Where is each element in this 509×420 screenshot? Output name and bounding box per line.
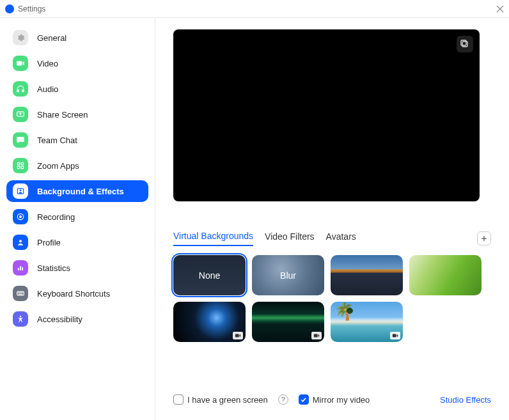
svg-rect-0 — [17, 89, 19, 92]
chat-icon — [13, 132, 28, 148]
svg-rect-18 — [461, 40, 466, 45]
video-badge-icon — [233, 332, 243, 339]
svg-point-8 — [20, 189, 22, 191]
background-icon — [13, 183, 28, 199]
svg-rect-17 — [462, 42, 467, 47]
plus-icon — [480, 235, 488, 242]
video-badge-icon — [311, 332, 322, 339]
video-badge-icon — [390, 332, 400, 339]
background-thumbnails: None Blur 🌴 — [173, 255, 491, 342]
sidebar-item-general[interactable]: General — [6, 27, 148, 49]
checkbox-checked-icon — [299, 394, 309, 405]
svg-rect-15 — [17, 292, 24, 295]
sidebar-item-audio[interactable]: Audio — [6, 78, 148, 100]
sidebar-item-label: Video — [37, 59, 58, 68]
app-icon — [5, 4, 14, 13]
green-screen-checkbox[interactable]: I have a green screen — [173, 394, 268, 405]
gear-icon — [13, 30, 28, 45]
sidebar-item-label: Share Screen — [37, 110, 88, 120]
window-title: Settings — [18, 4, 496, 13]
accessibility-icon — [13, 311, 28, 327]
background-image-bridge[interactable] — [331, 255, 403, 295]
sidebar-item-label: Keyboard Shortcuts — [37, 289, 110, 299]
close-icon — [496, 5, 504, 13]
sidebar-item-share-screen[interactable]: Share Screen — [6, 104, 148, 125]
sidebar-item-label: Statistics — [37, 263, 70, 273]
sidebar-item-label: Zoom Apps — [37, 161, 79, 171]
sidebar-item-label: Audio — [37, 84, 58, 94]
rotate-icon — [460, 39, 470, 49]
green-screen-help-button[interactable]: ? — [278, 394, 288, 405]
share-screen-icon — [13, 107, 28, 122]
checkbox-label: Mirror my video — [313, 395, 370, 405]
svg-rect-13 — [20, 266, 21, 270]
mirror-video-checkbox[interactable]: Mirror my video — [299, 394, 370, 405]
statistics-icon — [13, 260, 28, 276]
recording-icon — [13, 209, 28, 224]
sidebar-item-label: Team Chat — [37, 136, 77, 145]
sidebar-item-background-effects[interactable]: Background & Effects — [6, 180, 148, 202]
sidebar: General Video Audio Share Screen Team Ch… — [0, 18, 155, 420]
tab-avatars[interactable]: Avatars — [326, 231, 356, 245]
checkbox-icon — [173, 394, 184, 405]
svg-rect-14 — [22, 267, 23, 270]
background-video-earth[interactable] — [173, 302, 246, 342]
sidebar-item-keyboard-shortcuts[interactable]: Keyboard Shortcuts — [6, 283, 148, 304]
background-blur[interactable]: Blur — [252, 255, 324, 295]
background-video-beach[interactable]: 🌴 — [331, 302, 403, 342]
add-background-button[interactable] — [477, 231, 491, 245]
studio-effects-link[interactable]: Studio Effects — [440, 395, 491, 405]
sidebar-item-accessibility[interactable]: Accessibility — [6, 308, 148, 330]
sidebar-item-team-chat[interactable]: Team Chat — [6, 129, 148, 151]
svg-rect-4 — [21, 162, 24, 165]
svg-point-10 — [19, 215, 22, 218]
headphones-icon — [13, 81, 28, 97]
profile-icon — [13, 235, 28, 250]
svg-point-11 — [19, 240, 22, 242]
sidebar-item-recording[interactable]: Recording — [6, 206, 148, 228]
palm-decoration: 🌴 — [334, 303, 355, 320]
tab-video-filters[interactable]: Video Filters — [265, 231, 315, 245]
sidebar-item-statistics[interactable]: Statistics — [6, 257, 148, 279]
titlebar: Settings — [0, 0, 509, 18]
sidebar-item-label: Profile — [37, 238, 61, 247]
footer-controls: I have a green screen ? Mirror my video … — [173, 394, 491, 414]
sidebar-item-profile[interactable]: Profile — [6, 231, 148, 253]
background-none[interactable]: None — [173, 255, 246, 295]
svg-rect-5 — [17, 166, 20, 169]
tab-virtual-backgrounds[interactable]: Virtual Backgrounds — [173, 231, 253, 246]
svg-rect-3 — [17, 162, 20, 165]
sidebar-item-label: Background & Effects — [37, 187, 124, 196]
svg-rect-6 — [21, 166, 24, 169]
svg-rect-12 — [18, 268, 19, 270]
sidebar-item-video[interactable]: Video — [6, 52, 148, 74]
sidebar-item-label: Recording — [37, 212, 75, 222]
background-image-grass[interactable] — [409, 255, 482, 295]
sidebar-item-label: General — [37, 33, 67, 43]
close-button[interactable] — [496, 5, 504, 13]
rotate-camera-button[interactable] — [457, 36, 473, 52]
keyboard-icon — [13, 286, 28, 301]
background-video-aurora[interactable] — [252, 302, 324, 342]
video-preview — [173, 29, 480, 201]
main-panel: Virtual Backgrounds Video Filters Avatar… — [155, 18, 509, 420]
video-icon — [13, 56, 28, 71]
thumb-label: Blur — [280, 270, 296, 281]
checkbox-label: I have a green screen — [187, 395, 268, 405]
svg-point-16 — [20, 316, 21, 317]
tabs: Virtual Backgrounds Video Filters Avatar… — [173, 231, 491, 246]
sidebar-item-zoom-apps[interactable]: Zoom Apps — [6, 155, 148, 176]
apps-icon — [13, 158, 28, 173]
svg-rect-1 — [22, 89, 24, 92]
sidebar-item-label: Accessibility — [37, 315, 82, 324]
thumb-label: None — [199, 270, 220, 281]
